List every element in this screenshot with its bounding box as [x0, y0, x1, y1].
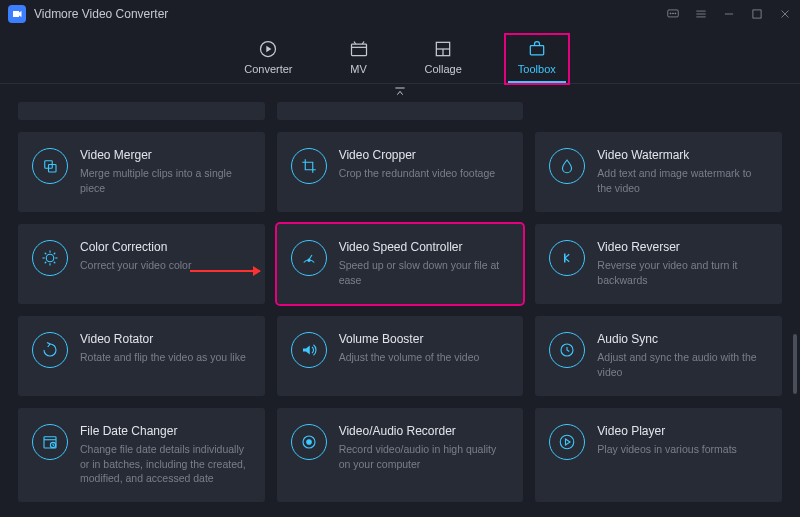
card-title: Video Rotator — [80, 332, 251, 346]
tool-card-merger[interactable]: Video Merger Merge multiple clips into a… — [18, 132, 265, 212]
card-text: Video Cropper Crop the redundant video f… — [339, 148, 510, 196]
annotation-arrow — [190, 270, 260, 272]
svg-point-1 — [670, 13, 671, 14]
nav-label: Collage — [425, 63, 462, 75]
watermark-icon — [549, 148, 585, 184]
card-desc: Record video/audio in high quality on yo… — [339, 442, 510, 471]
card-title: Video Watermark — [597, 148, 768, 162]
card-desc: Rotate and flip the video as you like — [80, 350, 251, 365]
card-desc: Add text and image watermark to the vide… — [597, 166, 768, 195]
close-button[interactable] — [778, 7, 792, 21]
tool-card-reverse[interactable]: Video Reverser Reverse your video and tu… — [535, 224, 782, 304]
card-title: Volume Booster — [339, 332, 510, 346]
volume-icon — [291, 332, 327, 368]
tool-card-recorder[interactable]: Video/Audio Recorder Record video/audio … — [277, 408, 524, 502]
partial-card — [18, 102, 265, 120]
card-desc: Play videos in various formats — [597, 442, 768, 457]
titlebar: Vidmore Video Converter — [0, 0, 800, 28]
card-desc: Crop the redundant video footage — [339, 166, 510, 181]
tool-card-date[interactable]: File Date Changer Change file date detai… — [18, 408, 265, 502]
collapse-up-icon[interactable] — [392, 84, 408, 104]
card-desc: Change file date details individually or… — [80, 442, 251, 486]
svg-rect-13 — [351, 44, 366, 56]
svg-rect-8 — [753, 10, 761, 18]
nav-toolbox[interactable]: Toolbox — [518, 39, 556, 83]
player-icon — [549, 424, 585, 460]
partial-card — [277, 102, 524, 120]
app-logo-icon — [8, 5, 26, 23]
svg-marker-12 — [267, 46, 272, 53]
card-desc: Adjust the volume of the video — [339, 350, 510, 365]
tool-card-volume[interactable]: Volume Booster Adjust the volume of the … — [277, 316, 524, 396]
tools-grid: Video Merger Merge multiple clips into a… — [18, 132, 782, 502]
tool-card-sync[interactable]: Audio Sync Adjust and sync the audio wit… — [535, 316, 782, 396]
tool-card-player[interactable]: Video Player Play videos in various form… — [535, 408, 782, 502]
content-area: Video Merger Merge multiple clips into a… — [0, 84, 800, 517]
card-title: Color Correction — [80, 240, 251, 254]
card-text: Video Watermark Add text and image water… — [597, 148, 768, 196]
nav-converter[interactable]: Converter — [244, 39, 292, 83]
tool-card-color[interactable]: Color Correction Correct your video colo… — [18, 224, 265, 304]
minimize-button[interactable] — [722, 7, 736, 21]
card-title: Video Reverser — [597, 240, 768, 254]
cropper-icon — [291, 148, 327, 184]
card-title: Video Speed Controller — [339, 240, 510, 254]
card-text: Audio Sync Adjust and sync the audio wit… — [597, 332, 768, 380]
card-title: Video Cropper — [339, 148, 510, 162]
card-text: Video Rotator Rotate and flip the video … — [80, 332, 251, 380]
card-text: Volume Booster Adjust the volume of the … — [339, 332, 510, 380]
nav-label: MV — [350, 63, 367, 75]
window-controls — [666, 7, 792, 21]
merger-icon — [32, 148, 68, 184]
rotate-icon — [32, 332, 68, 368]
menu-icon[interactable] — [694, 7, 708, 21]
color-icon — [32, 240, 68, 276]
card-text: Color Correction Correct your video colo… — [80, 240, 251, 288]
card-title: Video/Audio Recorder — [339, 424, 510, 438]
maximize-button[interactable] — [750, 7, 764, 21]
card-desc: Merge multiple clips into a single piece — [80, 166, 251, 195]
card-title: Video Merger — [80, 148, 251, 162]
sync-icon — [549, 332, 585, 368]
tool-card-watermark[interactable]: Video Watermark Add text and image water… — [535, 132, 782, 212]
svg-point-2 — [673, 13, 674, 14]
nav-mv[interactable]: MV — [349, 39, 369, 83]
card-text: Video Merger Merge multiple clips into a… — [80, 148, 251, 196]
tool-card-cropper[interactable]: Video Cropper Crop the redundant video f… — [277, 132, 524, 212]
nav-label: Converter — [244, 63, 292, 75]
nav-collage[interactable]: Collage — [425, 39, 462, 83]
reverse-icon — [549, 240, 585, 276]
card-title: Video Player — [597, 424, 768, 438]
nav-label: Toolbox — [518, 63, 556, 75]
tool-card-speed[interactable]: Video Speed Controller Speed up or slow … — [277, 224, 524, 304]
card-text: Video Speed Controller Speed up or slow … — [339, 240, 510, 288]
svg-rect-20 — [530, 46, 543, 55]
app-title: Vidmore Video Converter — [34, 7, 666, 21]
card-desc: Reverse your video and turn it backwards — [597, 258, 768, 287]
card-text: Video Player Play videos in various form… — [597, 424, 768, 486]
svg-point-3 — [675, 13, 676, 14]
feedback-icon[interactable] — [666, 7, 680, 21]
scrollbar[interactable] — [793, 334, 797, 394]
date-icon — [32, 424, 68, 460]
speed-icon — [291, 240, 327, 276]
card-text: Video/Audio Recorder Record video/audio … — [339, 424, 510, 486]
card-title: File Date Changer — [80, 424, 251, 438]
main-nav: Converter MV Collage Toolbox — [0, 28, 800, 84]
recorder-icon — [291, 424, 327, 460]
card-desc: Adjust and sync the audio with the video — [597, 350, 768, 379]
tool-card-rotate[interactable]: Video Rotator Rotate and flip the video … — [18, 316, 265, 396]
card-text: Video Reverser Reverse your video and tu… — [597, 240, 768, 288]
tools-grid — [18, 102, 782, 120]
card-text: File Date Changer Change file date detai… — [80, 424, 251, 486]
card-title: Audio Sync — [597, 332, 768, 346]
card-desc: Speed up or slow down your file at ease — [339, 258, 510, 287]
